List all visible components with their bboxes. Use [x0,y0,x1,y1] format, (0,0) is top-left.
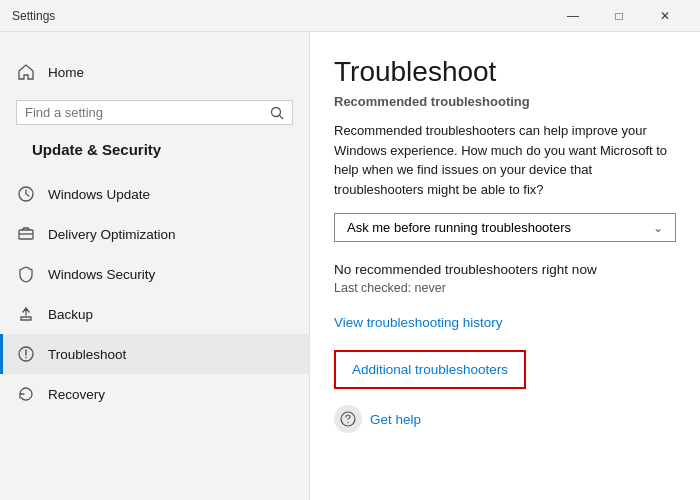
sidebar-item-windows-security[interactable]: Windows Security [0,254,309,294]
svg-point-0 [272,107,281,116]
additional-troubleshooters-link[interactable]: Additional troubleshooters [352,362,508,377]
svg-point-9 [347,422,348,423]
sidebar-item-home[interactable]: Home [16,52,293,92]
home-label: Home [48,65,84,80]
nav-list: Windows Update Delivery Optimization [0,174,309,414]
sidebar-item-recovery[interactable]: Recovery [0,374,309,414]
dropdown-label: Ask me before running troubleshooters [347,220,571,235]
page-title: Troubleshoot [334,56,676,88]
section-subtitle: Recommended troubleshooting [334,94,676,109]
close-button[interactable]: ✕ [642,0,688,32]
sidebar-header: Home Update & Security [0,32,309,174]
troubleshoot-icon [16,344,36,364]
app-body: Home Update & Security [0,32,700,500]
troubleshoot-dropdown[interactable]: Ask me before running troubleshooters ⌄ [334,213,676,242]
sidebar-item-label: Troubleshoot [48,347,126,362]
sidebar-item-windows-update[interactable]: Windows Update [0,174,309,214]
backup-icon [16,304,36,324]
last-checked: Last checked: never [334,281,676,295]
search-box[interactable] [16,100,293,125]
additional-troubleshooters-box[interactable]: Additional troubleshooters [334,350,526,389]
sidebar-item-label: Recovery [48,387,105,402]
svg-point-7 [25,357,27,359]
sidebar-item-label: Delivery Optimization [48,227,176,242]
sidebar-item-delivery-optimization[interactable]: Delivery Optimization [0,214,309,254]
section-title: Update & Security [16,141,293,158]
description-text: Recommended troubleshooters can help imp… [334,121,676,199]
maximize-button[interactable]: □ [596,0,642,32]
windows-update-icon [16,184,36,204]
get-help-icon [334,405,362,433]
main-content: Troubleshoot Recommended troubleshooting… [310,32,700,500]
sidebar-item-label: Windows Update [48,187,150,202]
search-input[interactable] [25,105,270,120]
recovery-icon [16,384,36,404]
minimize-button[interactable]: — [550,0,596,32]
sidebar-item-troubleshoot[interactable]: Troubleshoot [0,334,309,374]
view-history-link[interactable]: View troubleshooting history [334,315,676,330]
sidebar-item-label: Windows Security [48,267,155,282]
titlebar-title: Settings [12,9,550,23]
chevron-down-icon: ⌄ [653,221,663,235]
get-help-row: Get help [334,405,676,433]
get-help-link[interactable]: Get help [370,412,421,427]
titlebar-controls: — □ ✕ [550,0,688,32]
titlebar: Settings — □ ✕ [0,0,700,32]
sidebar-item-label: Backup [48,307,93,322]
sidebar: Home Update & Security [0,32,310,500]
delivery-optimization-icon [16,224,36,244]
svg-line-1 [280,115,284,119]
search-icon [270,106,284,120]
windows-security-icon [16,264,36,284]
home-icon [16,62,36,82]
sidebar-item-backup[interactable]: Backup [0,294,309,334]
status-text: No recommended troubleshooters right now [334,262,676,277]
